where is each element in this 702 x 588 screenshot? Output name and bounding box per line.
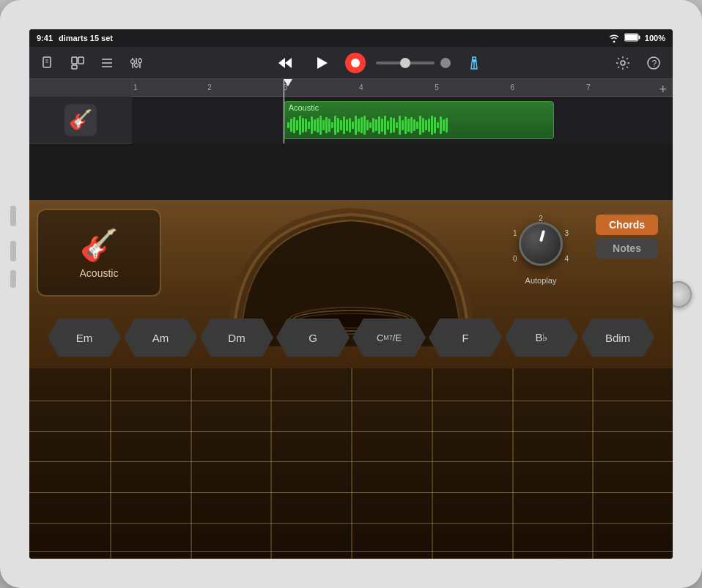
volume-slider[interactable] [376,62,435,64]
ruler-mark-7: 7 [586,83,591,92]
knob-label-4: 4 [564,255,569,263]
track-clip[interactable]: Acoustic [284,101,554,139]
status-left: 9:41 dimarts 15 set [37,34,113,42]
instrument-selector[interactable]: 🎸 Acoustic [37,209,161,297]
svg-rect-1 [638,36,640,40]
clip-label: Acoustic [284,102,324,113]
add-track-button[interactable]: + [659,82,667,97]
volume-up-button[interactable] [10,206,16,226]
help-button[interactable]: ? [642,51,665,75]
chord-am[interactable]: Am [124,319,197,357]
svg-rect-6 [72,57,77,64]
volume-down-button[interactable] [10,241,16,261]
play-button[interactable] [308,50,335,76]
record-button[interactable] [345,53,366,73]
screen: 9:41 dimarts 15 set 100% [29,29,673,559]
status-bar: 9:41 dimarts 15 set 100% [29,29,673,47]
chord-f[interactable]: F [429,319,502,357]
svg-point-15 [131,59,135,63]
timeline-section: 🎸 1 2 3 4 5 6 7 + [29,79,673,144]
metronome-button[interactable] [461,50,487,76]
ruler-mark-4: 4 [359,83,363,92]
chord-bb[interactable]: B♭ [505,319,578,357]
track-row: Acoustic [132,97,673,144]
battery-icon [624,33,640,43]
loop-button[interactable] [66,51,89,75]
autoplay-knob-container: 2 3 1 0 4 [511,215,570,273]
fretboard[interactable] [29,368,673,559]
chord-cm7e[interactable]: CM7/E [352,319,426,357]
volume-dot [440,58,451,68]
instrument-name: Acoustic [80,267,119,279]
track-header-guitar[interactable]: 🎸 [29,97,132,144]
ruler-mark-5: 5 [435,83,439,92]
knob-label-0: 0 [513,255,517,263]
ruler: 1 2 3 4 5 6 7 + [132,79,673,97]
settings-button[interactable] [611,51,635,75]
mixer-button[interactable] [125,51,148,75]
chord-notes-buttons: Chords Notes [596,215,658,258]
knob-label-3: 3 [564,229,569,237]
autoplay-knob[interactable] [519,222,563,266]
waveform [284,115,553,135]
track-header-panel: 🎸 [29,79,132,144]
chord-bdim[interactable]: Bdim [581,319,654,357]
chords-button[interactable]: Chords [596,215,658,235]
ruler-mark-2: 2 [207,83,212,92]
chord-dm[interactable]: Dm [200,319,273,357]
knob-label-1: 1 [513,229,517,237]
instrument-icon: 🎸 [80,227,118,263]
instrument-area: 🎸 Acoustic 2 3 1 0 4 Autoplay [29,200,673,559]
svg-marker-18 [278,58,285,68]
track-content-wrapper: 1 2 3 4 5 6 7 + Acoustic [132,79,673,144]
new-track-button[interactable] [37,51,60,75]
mute-switch[interactable] [10,270,16,288]
svg-text:?: ? [652,59,657,69]
status-time: 9:41 [37,34,53,42]
playhead-line [284,79,284,144]
tracks-button[interactable] [95,51,119,75]
wifi-icon [608,34,620,42]
chord-em[interactable]: Em [48,319,121,357]
status-right: 100% [608,33,665,43]
status-date: dimarts 15 set [59,34,113,42]
battery-svg [624,33,640,42]
svg-point-17 [138,59,142,62]
svg-marker-20 [317,57,328,69]
chord-g[interactable]: G [276,319,350,357]
track-icon: 🎸 [64,104,97,136]
ipad-frame: 9:41 dimarts 15 set 100% [0,0,702,588]
autoplay-section: 2 3 1 0 4 Autoplay [511,215,570,285]
rewind-button[interactable] [272,50,298,76]
volume-slider-group [376,58,451,68]
chord-buttons-row: Em Am Dm G CM7/E F B♭ Bdim [29,319,673,357]
toolbar-left [37,51,148,75]
toolbar-center [152,50,607,76]
svg-point-16 [135,63,138,67]
playhead-marker [284,79,292,86]
toolbar-right: ? [611,51,665,75]
svg-point-24 [473,59,476,62]
battery-percent: 100% [645,34,665,42]
svg-rect-7 [78,57,84,64]
svg-marker-19 [285,58,292,68]
toolbar: ? [29,47,673,79]
autoplay-label: Autoplay [525,276,557,285]
svg-rect-2 [625,34,638,40]
ruler-mark-1: 1 [133,83,138,92]
knob-indicator [539,230,545,242]
notes-button[interactable]: Notes [596,238,658,258]
fret-grid-overlay [29,368,673,559]
ruler-mark-6: 6 [511,83,515,92]
svg-point-25 [621,61,625,65]
ruler-header [29,79,131,97]
svg-rect-8 [72,65,77,69]
